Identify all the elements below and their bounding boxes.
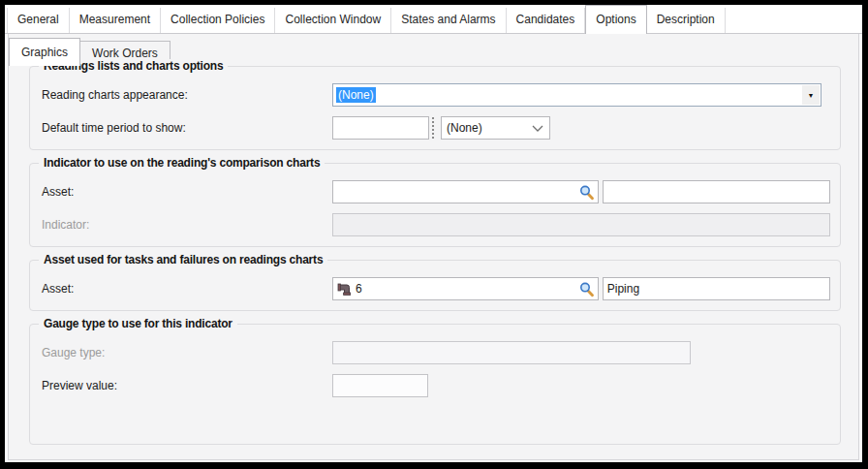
subtab-graphics[interactable]: Graphics [9,38,80,66]
tab-candidates[interactable]: Candidates [507,8,586,33]
tab-options[interactable]: Options [585,5,646,34]
group-gauge-type: Gauge type to use for this indicator Gau… [29,324,841,445]
task-asset-name-value: Piping [607,282,639,296]
preview-value-input[interactable] [332,374,428,397]
time-period-unit-combo[interactable]: (None) [441,116,550,140]
combo-selected-value: (None) [447,121,482,135]
combo-selected-value: (None) [336,87,376,103]
tab-collection-policies[interactable]: Collection Policies [161,8,275,33]
options-panel: Graphics Work Orders Readings lists and … [8,34,859,460]
group-title: Asset used for tasks and failures on rea… [39,253,327,266]
dropdown-arrow-icon[interactable]: ▼ [802,85,820,105]
asset-name-box[interactable] [603,180,830,203]
search-icon[interactable] [578,281,595,300]
gauge-type-label: Gauge type: [42,346,332,360]
group-title: Gauge type to use for this indicator [39,317,237,330]
group-indicator-comparison-charts: Indicator to use on the reading's compar… [29,163,841,247]
reading-charts-appearance-label: Reading charts appearance: [42,88,332,102]
pipe-elbow-icon [337,281,353,297]
tab-states-and-alarms[interactable]: States and Alarms [391,8,506,33]
asset-label: Asset: [42,185,332,199]
indicator-input [332,213,830,236]
default-time-period-label: Default time period to show: [42,121,332,135]
tab-collection-window[interactable]: Collection Window [275,8,391,33]
group-asset-tasks-failures: Asset used for tasks and failures on rea… [29,260,841,311]
spinner-grip[interactable] [432,117,436,139]
tab-general[interactable]: General [7,8,70,33]
preview-value-label: Preview value: [42,379,332,392]
search-icon[interactable] [578,184,595,203]
group-readings-lists-charts-options: Readings lists and charts options Readin… [29,66,841,150]
task-asset-id-value: 6 [356,282,362,296]
main-tabstrip: General Measurement Collection Policies … [5,5,862,34]
tab-description[interactable]: Description [647,8,726,33]
asset-label: Asset: [42,282,332,296]
group-title: Indicator to use on the reading's compar… [39,156,325,170]
reading-charts-appearance-combo[interactable]: (None) ▼ [332,83,822,107]
asset-id-searchbox[interactable] [332,180,599,203]
task-asset-name-box[interactable]: Piping [603,277,830,300]
indicator-properties-window: General Measurement Collection Policies … [0,0,868,469]
tab-measurement[interactable]: Measurement [70,8,161,33]
indicator-label: Indicator: [42,218,332,232]
task-asset-id-searchbox[interactable]: 6 [332,277,599,300]
panel-empty-space [9,457,858,459]
default-time-period-input[interactable] [332,116,429,140]
chevron-down-icon [532,125,543,132]
gauge-type-input [332,341,691,364]
